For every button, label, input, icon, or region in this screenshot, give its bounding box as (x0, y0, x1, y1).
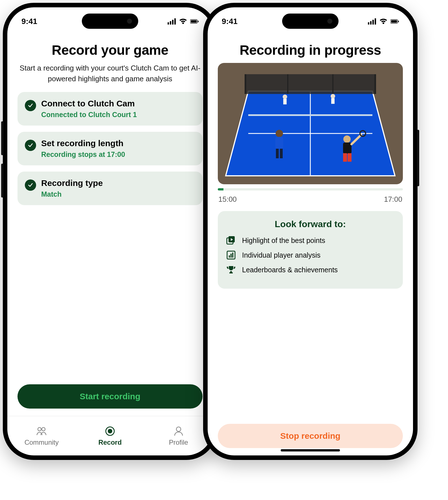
svg-rect-13 (370, 21, 372, 25)
home-indicator[interactable] (281, 449, 340, 451)
page-title: Record your game (17, 42, 203, 58)
check-icon (25, 100, 36, 111)
stop-recording-button[interactable]: Stop recording (218, 424, 403, 448)
step-title: Set recording length (41, 139, 195, 148)
dynamic-island (82, 14, 138, 29)
step-subtitle: Recording stops at 17:00 (41, 150, 195, 159)
svg-point-38 (343, 135, 351, 143)
wifi-icon (179, 18, 187, 25)
phone-frame-left: 9:41 Record your game Start a recording … (3, 3, 217, 460)
screen-recording-progress: 9:41 Recording in progress (208, 7, 413, 455)
svg-rect-47 (229, 255, 230, 258)
cellular-icon (368, 18, 376, 25)
svg-rect-3 (174, 18, 176, 25)
svg-point-34 (276, 130, 283, 137)
tab-label: Record (98, 438, 122, 446)
tab-record[interactable]: Record (76, 416, 144, 455)
analysis-icon (226, 250, 236, 260)
look-item-analysis: Individual player analysis (226, 250, 394, 260)
svg-rect-18 (398, 21, 399, 22)
step-subtitle: Match (41, 190, 195, 198)
svg-rect-0 (168, 22, 169, 25)
svg-rect-14 (372, 20, 374, 25)
svg-rect-5 (191, 20, 197, 23)
time-start: 15:00 (218, 195, 237, 204)
profile-icon (173, 426, 184, 437)
status-icons (368, 18, 399, 25)
svg-point-32 (331, 94, 335, 98)
step-title: Recording type (41, 178, 195, 188)
tab-profile[interactable]: Profile (144, 416, 213, 455)
tab-label: Community (25, 438, 59, 446)
check-icon (25, 179, 36, 191)
step-connect-cam[interactable]: Connect to Clutch Cam Connected to Clutc… (17, 92, 203, 126)
check-icon (25, 140, 36, 151)
battery-icon (190, 18, 199, 25)
svg-rect-40 (343, 153, 347, 162)
svg-rect-2 (172, 20, 174, 25)
live-video-preview[interactable] (218, 63, 403, 184)
tab-label: Profile (169, 438, 188, 446)
svg-point-8 (42, 427, 45, 431)
look-item-highlights: Highlight of the best points (226, 236, 394, 245)
tab-bar: Community Record Profile (7, 416, 213, 455)
screen-record-setup: 9:41 Record your game Start a recording … (7, 7, 213, 455)
svg-rect-6 (198, 21, 199, 22)
svg-point-30 (283, 95, 287, 99)
look-item-leaderboards: Leaderboards & achievements (226, 265, 394, 275)
svg-rect-39 (343, 142, 352, 154)
start-recording-button[interactable]: Start recording (17, 384, 203, 409)
svg-point-11 (176, 427, 181, 431)
svg-rect-31 (283, 99, 287, 104)
look-item-label: Highlight of the best points (242, 236, 325, 245)
tab-community[interactable]: Community (7, 416, 76, 455)
svg-rect-24 (245, 74, 375, 94)
svg-rect-37 (280, 149, 283, 158)
recording-progress-fill (218, 188, 223, 190)
phone-frame-right: 9:41 Recording in progress (203, 3, 418, 460)
recording-progress-bar[interactable] (218, 188, 403, 190)
status-time: 9:41 (222, 17, 238, 26)
svg-rect-15 (375, 18, 376, 25)
record-icon (104, 426, 116, 437)
look-forward-title: Look forward to: (226, 219, 394, 229)
svg-rect-1 (170, 21, 171, 25)
svg-rect-49 (232, 253, 233, 258)
wifi-icon (379, 18, 388, 25)
trophy-icon (226, 265, 236, 275)
cellular-icon (168, 18, 176, 25)
svg-rect-35 (275, 137, 283, 149)
status-time: 9:41 (21, 17, 37, 26)
look-item-label: Leaderboards & achievements (242, 266, 338, 274)
community-icon (36, 426, 47, 437)
page-subtitle: Start a recording with your court's Clut… (19, 63, 201, 84)
look-forward-card: Look forward to: Highlight of the best p… (218, 211, 403, 289)
step-title: Connect to Clutch Cam (41, 99, 195, 108)
svg-rect-41 (348, 153, 352, 162)
svg-rect-48 (230, 254, 232, 258)
page-title: Recording in progress (218, 42, 403, 58)
step-subtitle: Connected to Clutch Court 1 (41, 111, 195, 119)
svg-point-10 (108, 429, 112, 433)
svg-rect-33 (331, 98, 335, 104)
look-item-label: Individual player analysis (242, 251, 320, 259)
step-recording-type[interactable]: Recording type Match (17, 172, 203, 205)
status-icons (168, 18, 199, 25)
svg-rect-17 (391, 20, 397, 23)
svg-rect-12 (368, 22, 369, 25)
time-range: 15:00 17:00 (218, 195, 402, 204)
time-end: 17:00 (384, 195, 402, 204)
svg-rect-36 (276, 149, 279, 158)
svg-point-7 (38, 427, 41, 431)
step-recording-length[interactable]: Set recording length Recording stops at … (17, 132, 203, 165)
battery-icon (390, 18, 399, 25)
dynamic-island (282, 14, 339, 29)
highlight-icon (226, 236, 236, 245)
start-recording-label: Start recording (80, 392, 140, 401)
stop-recording-label: Stop recording (280, 431, 340, 441)
